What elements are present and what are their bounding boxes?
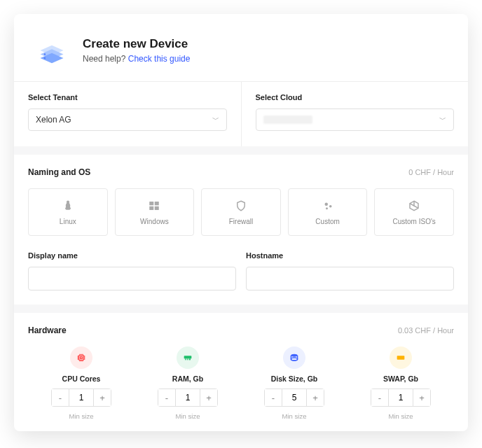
swap-increment[interactable]: + xyxy=(413,388,431,407)
linux-icon xyxy=(62,200,74,212)
disk-min-label: Min size xyxy=(282,412,307,420)
display-name-input[interactable] xyxy=(28,267,236,290)
cpu-decrement[interactable]: - xyxy=(51,388,69,407)
swap-stepper: - 1 + xyxy=(371,388,431,407)
disk-stepper: - 5 + xyxy=(264,388,324,407)
hardware-swap: SWAP, Gb - 1 + Min size xyxy=(347,346,454,420)
disk-icon xyxy=(283,346,305,369)
svg-point-3 xyxy=(44,57,46,59)
svg-rect-15 xyxy=(185,358,186,360)
naming-title: Naming and OS xyxy=(28,167,90,177)
os-label: Custom xyxy=(315,218,339,225)
svg-rect-13 xyxy=(81,357,83,359)
svg-rect-6 xyxy=(155,202,159,205)
ram-icon xyxy=(177,346,199,369)
svg-point-4 xyxy=(44,53,46,55)
naming-section: Naming and OS 0 CHF / Hour Linux Windows… xyxy=(14,155,468,304)
tenant-value: Xelon AG xyxy=(36,115,71,125)
ram-decrement[interactable]: - xyxy=(158,388,176,407)
os-tile-firewall[interactable]: Firewall xyxy=(201,188,281,236)
svg-point-10 xyxy=(329,204,332,207)
cpu-min-label: Min size xyxy=(69,412,94,420)
chevron-down-icon: ﹀ xyxy=(439,115,446,125)
os-tile-custom-iso[interactable]: Custom ISO's xyxy=(374,188,454,236)
os-tile-windows[interactable]: Windows xyxy=(115,188,195,236)
hardware-disk: Disk Size, Gb - 5 + Min size xyxy=(241,346,347,420)
os-label: Firewall xyxy=(229,218,253,225)
cloud-select[interactable]: ﹀ xyxy=(256,108,455,131)
custom-icon xyxy=(322,200,334,212)
naming-price: 0 CHF / Hour xyxy=(408,168,454,176)
svg-rect-14 xyxy=(184,356,192,358)
firewall-icon xyxy=(235,200,247,212)
hw-label: Disk Size, Gb xyxy=(271,374,318,383)
cloud-label: Select Cloud xyxy=(256,93,455,102)
svg-rect-17 xyxy=(188,358,189,360)
help-line: Need help? Check this guide xyxy=(83,54,190,64)
help-link[interactable]: Check this guide xyxy=(128,54,191,64)
ram-increment[interactable]: + xyxy=(200,388,218,407)
tenant-select[interactable]: Xelon AG ﹀ xyxy=(28,108,227,131)
os-tile-linux[interactable]: Linux xyxy=(28,188,108,236)
os-label: Linux xyxy=(60,218,76,225)
cpu-stepper: - 1 + xyxy=(51,388,111,407)
hardware-title: Hardware xyxy=(28,326,67,335)
hardware-section: Hardware 0.03 CHF / Hour CPU Cores - 1 +… xyxy=(14,313,468,424)
tenant-label: Select Tenant xyxy=(28,93,227,102)
windows-icon xyxy=(148,200,160,212)
svg-rect-12 xyxy=(79,356,84,360)
swap-decrement[interactable]: - xyxy=(371,388,389,407)
hardware-price: 0.03 CHF / Hour xyxy=(398,326,454,335)
hostname-label: Hostname xyxy=(246,251,454,260)
page-title: Create new Device xyxy=(83,37,190,51)
page-header: Create new Device Need help? Check this … xyxy=(14,14,468,81)
hostname-input[interactable] xyxy=(246,267,454,290)
swap-icon xyxy=(390,346,412,369)
disk-value: 5 xyxy=(282,388,306,407)
disk-increment[interactable]: + xyxy=(306,388,324,407)
os-label: Custom ISO's xyxy=(392,218,435,225)
custom-iso-icon xyxy=(408,200,420,212)
svg-rect-7 xyxy=(150,206,154,209)
svg-point-11 xyxy=(326,207,328,209)
ram-value: 1 xyxy=(176,388,200,407)
cpu-increment[interactable]: + xyxy=(93,388,111,407)
swap-value: 1 xyxy=(389,388,413,407)
chevron-down-icon: ﹀ xyxy=(212,115,219,125)
hw-label: CPU Cores xyxy=(62,374,101,383)
svg-rect-16 xyxy=(187,358,188,360)
hw-label: SWAP, Gb xyxy=(383,374,418,383)
display-name-label: Display name xyxy=(28,251,236,260)
svg-rect-18 xyxy=(190,358,191,360)
disk-decrement[interactable]: - xyxy=(264,388,282,407)
svg-rect-5 xyxy=(150,202,154,205)
hardware-ram: RAM, Gb - 1 + Min size xyxy=(135,346,241,420)
hw-label: RAM, Gb xyxy=(172,374,203,383)
swap-min-label: Min size xyxy=(389,412,413,420)
os-label: Windows xyxy=(140,218,169,225)
ram-stepper: - 1 + xyxy=(158,388,218,407)
device-stack-icon xyxy=(35,34,69,67)
ram-min-label: Min size xyxy=(176,412,200,420)
svg-point-9 xyxy=(324,202,328,206)
cpu-icon xyxy=(70,346,92,369)
help-prefix: Need help? xyxy=(83,54,128,64)
svg-point-20 xyxy=(291,358,297,360)
os-tile-custom[interactable]: Custom xyxy=(288,188,368,236)
svg-rect-21 xyxy=(397,356,405,359)
hardware-cpu: CPU Cores - 1 + Min size xyxy=(28,346,135,420)
svg-point-19 xyxy=(291,354,297,357)
cpu-value: 1 xyxy=(69,388,93,407)
cloud-value-placeholder xyxy=(263,115,312,124)
svg-rect-8 xyxy=(155,206,159,209)
